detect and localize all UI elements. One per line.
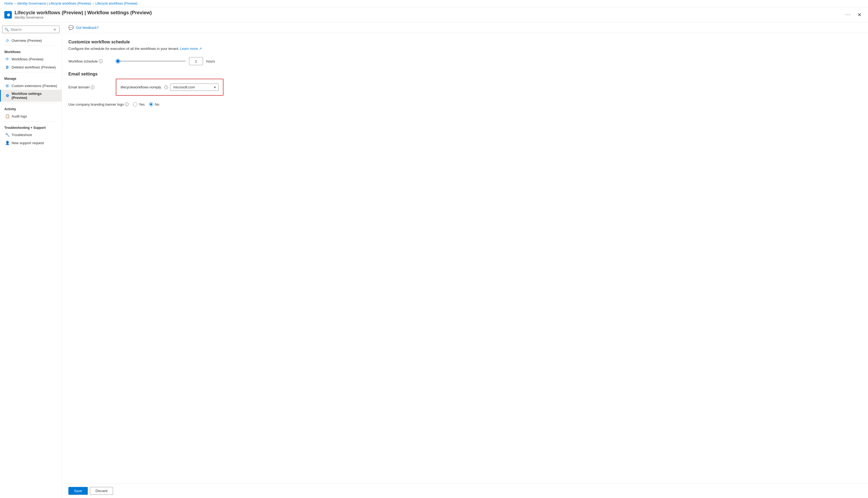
sidebar-item-workflow-settings[interactable]: ⚙ Workflow settings (Preview): [0, 90, 62, 102]
sidebar-item-overview-label: Overview (Preview): [12, 39, 42, 42]
page-subtitle: Identity Governance: [15, 16, 841, 19]
breadcrumb-sep-2: ›: [93, 2, 94, 5]
slider-unit: hours: [206, 59, 215, 63]
section2-title: Email settings: [68, 72, 862, 77]
sidebar-item-new-support-request[interactable]: 👤 New support request: [0, 139, 62, 147]
email-domain-label: Email domain i: [68, 85, 111, 89]
divider-activity: [4, 103, 57, 103]
title-group: Lifecycle workflows (Preview) | Workflow…: [15, 10, 841, 19]
workflow-schedule-label: Workflow schedule i: [68, 59, 111, 63]
section1-desc: Configure the schedule for execution of …: [68, 47, 862, 51]
workflow-schedule-row: Workflow schedule i 1 hours: [68, 57, 862, 65]
feedback-icon: 💬: [68, 25, 74, 30]
search-container[interactable]: 🔍 «: [2, 26, 59, 33]
collapse-sidebar-button[interactable]: «: [53, 27, 57, 32]
email-settings-row: lifecycleworkflows-noreply i microsoft.c…: [121, 83, 219, 91]
sidebar-item-deleted-workflows[interactable]: 🗑 Deleted workflows (Preview): [0, 63, 62, 71]
search-input[interactable]: [11, 27, 51, 31]
email-domain-row: Email domain i lifecycleworkflows-norepl…: [68, 79, 862, 96]
chevron-down-icon: ▾: [214, 86, 216, 89]
branding-no-label: No: [155, 102, 159, 106]
slider-value-box: 1: [189, 57, 203, 65]
sidebar-item-workflows-label: Workflows (Preview): [12, 57, 43, 61]
branding-label: Use company branding banner logo i: [68, 102, 129, 106]
divider-manage: [4, 72, 57, 73]
section-header-manage: Manage: [0, 74, 62, 82]
email-domain-value: microsoft.com: [173, 85, 212, 89]
app-icon: [4, 11, 12, 18]
breadcrumb: Home › Identity Governance | Lifecycle w…: [0, 0, 868, 7]
sidebar-item-troubleshoot-label: Troubleshoot: [12, 133, 32, 137]
content-header: 💬 Got feedback?: [62, 22, 868, 33]
close-button[interactable]: ✕: [855, 11, 864, 19]
learn-more-link[interactable]: Learn more ↗: [180, 47, 202, 51]
sidebar-item-deleted-workflows-label: Deleted workflows (Preview): [12, 65, 56, 69]
email-settings-section: Email settings Email domain i lifecyclew…: [68, 72, 862, 106]
breadcrumb-home[interactable]: Home: [4, 2, 13, 5]
branding-no-radio[interactable]: [149, 102, 153, 106]
external-link-icon: ↗: [199, 47, 202, 51]
email-domain-info-icon[interactable]: i: [91, 86, 95, 89]
sidebar-item-overview[interactable]: ⊙ Overview (Preview): [0, 36, 62, 44]
breadcrumb-identity-governance[interactable]: Identity Governance | Lifecycle workflow…: [17, 2, 91, 5]
email-prefix: lifecycleworkflows-noreply: [121, 85, 161, 89]
sidebar-item-custom-extensions[interactable]: ⊞ Custom extensions (Preview): [0, 82, 62, 90]
audit-icon: 📋: [5, 114, 10, 118]
discard-button[interactable]: Discard: [90, 487, 113, 495]
sidebar-item-troubleshoot[interactable]: 🔧 Troubleshoot: [0, 131, 62, 139]
sidebar-item-new-support-request-label: New support request: [12, 141, 44, 145]
branding-yes-label: Yes: [139, 102, 145, 106]
sidebar-item-audit-logs-label: Audit logs: [12, 114, 27, 118]
sidebar-item-audit-logs[interactable]: 📋 Audit logs: [0, 112, 62, 120]
section1-title: Customize workflow schedule: [68, 40, 862, 44]
person-icon: 👤: [5, 141, 10, 145]
section-header-troubleshooting: Troubleshooting + Support: [0, 122, 62, 131]
content-body: Customize workflow schedule Configure th…: [62, 33, 868, 483]
workflow-icon: ⟳: [5, 57, 10, 61]
workflow-schedule-info-icon[interactable]: i: [99, 59, 103, 63]
sidebar-item-workflow-settings-label: Workflow settings (Preview): [12, 92, 57, 100]
branding-yes-radio[interactable]: [133, 102, 137, 106]
more-options-button[interactable]: ···: [845, 12, 851, 17]
wrench-icon: 🔧: [5, 133, 10, 137]
delete-icon: 🗑: [5, 65, 10, 69]
section1-desc-text: Configure the schedule for execution of …: [68, 47, 179, 51]
sidebar-item-custom-extensions-label: Custom extensions (Preview): [12, 84, 57, 88]
extension-icon: ⊞: [5, 83, 10, 88]
slider-container: 1 hours: [116, 57, 215, 65]
branding-row: Use company branding banner logo i Yes N…: [68, 102, 862, 106]
top-bar: Lifecycle workflows (Preview) | Workflow…: [0, 7, 868, 22]
content-area: 💬 Got feedback? Customize workflow sched…: [62, 22, 868, 498]
breadcrumb-sep-1: ›: [15, 2, 16, 5]
section-header-activity: Activity: [0, 104, 62, 112]
slider-value: 1: [195, 59, 197, 63]
branding-info-icon[interactable]: i: [125, 102, 129, 106]
divider-workflows: [4, 45, 57, 46]
breadcrumb-lifecycle-workflows[interactable]: Lifecycle workflows (Preview): [95, 2, 138, 5]
email-domain-highlight-box: lifecycleworkflows-noreply i microsoft.c…: [116, 79, 223, 96]
save-button[interactable]: Save: [68, 487, 88, 495]
branding-yes-option[interactable]: Yes: [133, 102, 145, 106]
search-icon: 🔍: [4, 27, 9, 31]
branding-no-option[interactable]: No: [149, 102, 159, 106]
overview-icon: ⊙: [5, 38, 10, 42]
sidebar-item-workflows[interactable]: ⟳ Workflows (Preview): [0, 55, 62, 63]
content-footer: Save Discard: [62, 483, 868, 498]
email-prefix-info-icon[interactable]: i: [164, 86, 168, 89]
branding-radio-group: Yes No: [133, 102, 159, 106]
section-header-workflows: Workflows: [0, 47, 62, 55]
sidebar: 🔍 « ⊙ Overview (Preview) Workflows ⟳ Wor…: [0, 22, 62, 498]
gear-icon: [6, 12, 11, 17]
workflow-schedule-section: Customize workflow schedule Configure th…: [68, 40, 862, 65]
page-title: Lifecycle workflows (Preview) | Workflow…: [15, 10, 841, 16]
feedback-link[interactable]: Got feedback?: [76, 26, 99, 30]
schedule-slider[interactable]: [116, 61, 186, 62]
email-domain-select[interactable]: microsoft.com ▾: [170, 83, 219, 91]
settings-icon: ⚙: [5, 93, 10, 98]
